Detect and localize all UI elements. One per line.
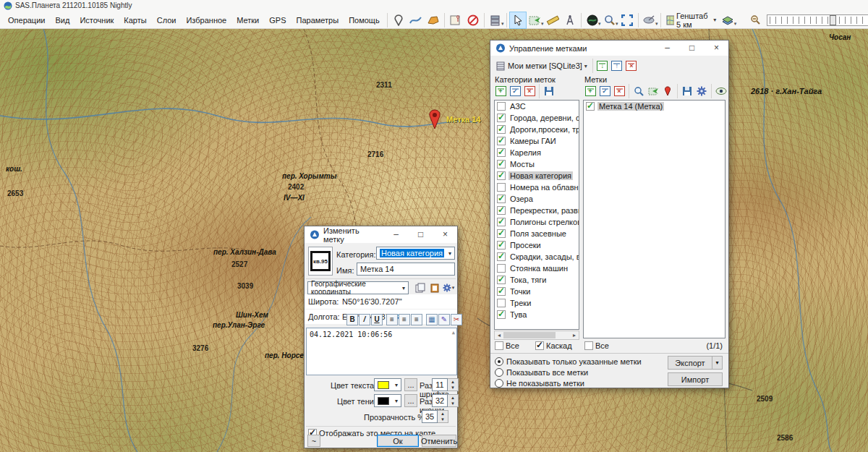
- category-checkbox[interactable]: [497, 102, 506, 111]
- cascade-checkbox[interactable]: Каскад: [535, 341, 572, 350]
- close-button[interactable]: ×: [706, 41, 727, 56]
- tilde-button[interactable]: ~: [307, 435, 320, 447]
- radio-option[interactable]: Не показывать метки: [495, 379, 642, 388]
- menu-item[interactable]: Параметры: [291, 14, 344, 27]
- font-size-spinner[interactable]: 11 ▲▼: [432, 378, 459, 391]
- mark-icon-preview[interactable]: кв.95: [308, 247, 333, 276]
- category-checkbox[interactable]: [497, 125, 506, 134]
- categories-all-checkbox[interactable]: Все: [495, 341, 519, 350]
- category-checkbox[interactable]: [497, 160, 506, 169]
- opacity-value[interactable]: 35: [422, 410, 438, 423]
- spin-up-icon[interactable]: ▲: [448, 395, 458, 401]
- category-checkbox[interactable]: [497, 241, 506, 250]
- export-dropdown-icon[interactable]: ▾: [712, 356, 723, 370]
- category-item[interactable]: Карелия: [495, 147, 579, 158]
- name-field[interactable]: Метка 14: [357, 263, 455, 276]
- opacity-spinner[interactable]: 35 ▲▼: [422, 410, 448, 423]
- menu-item[interactable]: Источник: [75, 14, 119, 27]
- marks-settings-gear-icon[interactable]: [694, 84, 709, 98]
- minimize-button[interactable]: –: [657, 41, 678, 56]
- menu-item[interactable]: Карты: [119, 14, 151, 27]
- fullscreen-icon[interactable]: [618, 12, 636, 29]
- icon-size-value[interactable]: 32: [432, 394, 448, 407]
- import-button[interactable]: Импорт: [668, 372, 723, 386]
- mark-item[interactable]: Метка 14 (Метка): [584, 101, 725, 112]
- delete-mark-icon[interactable]: ×: [612, 84, 626, 98]
- italic-button[interactable]: /: [359, 314, 370, 325]
- path-tool-icon[interactable]: [407, 12, 425, 29]
- pen-button[interactable]: ✎: [438, 314, 450, 325]
- categories-list[interactable]: АЗС Города, деревни, села. Дороги,просек…: [494, 100, 579, 330]
- save-marks-icon[interactable]: [680, 84, 694, 98]
- insert-image-button[interactable]: ▦: [426, 314, 438, 325]
- spin-down-icon[interactable]: ▼: [448, 385, 458, 391]
- show-mark-pin-icon[interactable]: [660, 84, 675, 98]
- spin-up-icon[interactable]: ▲: [438, 411, 448, 417]
- edit-mark-titlebar[interactable]: Изменить метку – □ ×: [305, 226, 457, 243]
- category-item[interactable]: Скрадки, засады, вышки: [495, 251, 579, 263]
- category-checkbox[interactable]: [497, 218, 506, 226]
- category-item[interactable]: Озера: [495, 193, 579, 205]
- underline-button[interactable]: U: [371, 314, 383, 325]
- category-checkbox[interactable]: [497, 276, 506, 284]
- radio-icon[interactable]: [495, 357, 503, 366]
- radio-option[interactable]: Показывать все метки: [495, 368, 642, 377]
- export-button[interactable]: Экспорт: [668, 356, 712, 370]
- bold-button[interactable]: B: [346, 314, 358, 325]
- spinner-arrows[interactable]: ▲▼: [448, 378, 459, 391]
- lat-value[interactable]: N50°16'30.7207": [342, 297, 402, 306]
- category-checkbox[interactable]: [497, 195, 506, 203]
- placemark-pin-icon[interactable]: [427, 109, 442, 129]
- category-checkbox[interactable]: [497, 183, 506, 192]
- description-textarea[interactable]: 04.12.2021 10:06:56 ▲: [306, 328, 457, 375]
- category-item[interactable]: Перекрестки, развилки: [495, 205, 579, 216]
- zoom-slider[interactable]: [767, 14, 868, 26]
- delete-category-icon[interactable]: ×: [522, 84, 537, 98]
- layers-select-icon[interactable]: ▾: [719, 12, 736, 29]
- category-item[interactable]: Поля засевные: [495, 228, 579, 239]
- spin-up-icon[interactable]: ▲: [448, 379, 458, 385]
- text-color-combo[interactable]: ▾: [374, 378, 401, 391]
- category-item[interactable]: Тува: [495, 309, 579, 320]
- category-item[interactable]: Стоянка машин: [495, 263, 579, 274]
- ruler-tool-icon[interactable]: [544, 12, 561, 29]
- goto-mark-icon[interactable]: [646, 84, 660, 98]
- radio-icon[interactable]: [495, 368, 503, 377]
- edit-mark-icon[interactable]: ✓: [597, 84, 612, 98]
- add-mark-icon[interactable]: +: [583, 84, 597, 98]
- coords-settings-gear-icon[interactable]: ▾: [441, 281, 456, 295]
- shadow-color-combo[interactable]: ▾: [374, 394, 401, 407]
- align-right-button[interactable]: ≡: [411, 314, 422, 325]
- placemark-tool-icon[interactable]: [390, 12, 407, 29]
- edit-category-icon[interactable]: ✓: [508, 84, 522, 98]
- scroll-track[interactable]: [503, 331, 570, 339]
- menu-item[interactable]: Операции: [3, 14, 50, 27]
- category-checkbox[interactable]: [497, 229, 506, 238]
- zoom-out-icon[interactable]: [746, 12, 764, 29]
- icon-size-spinner[interactable]: 32 ▲▼: [432, 394, 459, 407]
- search-icon[interactable]: ▾: [601, 12, 618, 29]
- spinner-arrows[interactable]: ▲▼: [438, 410, 448, 423]
- category-checkbox[interactable]: [497, 264, 506, 273]
- db-delete-icon[interactable]: ×: [624, 59, 639, 73]
- category-item[interactable]: Точки: [495, 286, 579, 297]
- category-checkbox[interactable]: [497, 148, 506, 157]
- save-categories-icon[interactable]: [542, 84, 556, 98]
- maximize-button[interactable]: □: [681, 41, 702, 56]
- scroll-thumb[interactable]: [503, 332, 556, 338]
- menu-item[interactable]: Вид: [50, 14, 75, 27]
- category-combo[interactable]: Новая категория ▾: [376, 247, 455, 260]
- category-item[interactable]: Дороги,просеки, тропы.: [495, 124, 579, 135]
- menu-item[interactable]: Слои: [152, 14, 182, 27]
- map-select-button[interactable]: Генштаб 5 км ▾: [663, 12, 720, 29]
- paste-coords-icon[interactable]: [427, 281, 442, 295]
- category-checkbox[interactable]: [497, 206, 506, 215]
- find-mark-icon[interactable]: [631, 84, 646, 98]
- coords-mode-combo[interactable]: Географические координаты ▾: [307, 281, 409, 294]
- category-item[interactable]: Номера на облавных: [495, 182, 579, 193]
- polygon-tool-icon[interactable]: [425, 12, 442, 29]
- minimize-button[interactable]: –: [386, 228, 407, 242]
- menu-item[interactable]: Помощь: [344, 14, 385, 27]
- font-size-value[interactable]: 11: [432, 378, 448, 391]
- shadow-color-more-button[interactable]: ...: [404, 394, 417, 407]
